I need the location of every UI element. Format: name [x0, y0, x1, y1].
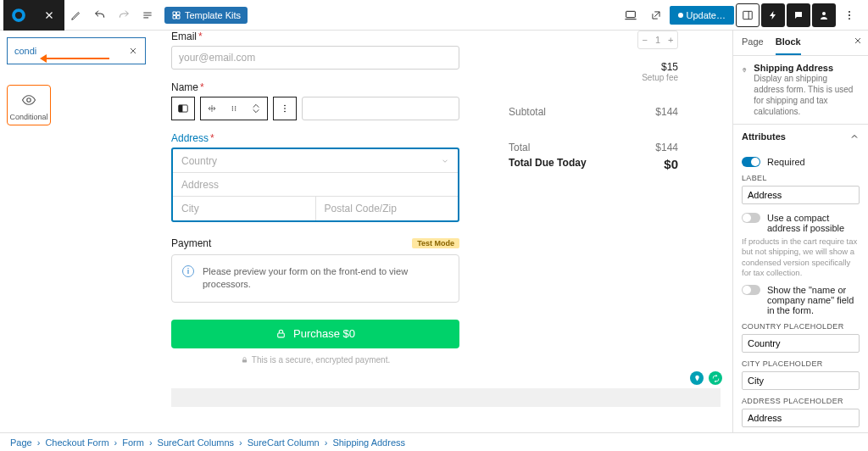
email-input[interactable]	[171, 46, 459, 70]
svg-point-13	[235, 108, 236, 109]
block-description: Display an shipping address form. This i…	[754, 73, 860, 117]
close-editor-button[interactable]	[34, 0, 64, 31]
svg-rect-20	[242, 359, 247, 362]
svg-point-17	[284, 108, 286, 109]
purchase-button[interactable]: Purchase $0	[171, 320, 459, 348]
compact-toggle[interactable]	[742, 213, 760, 223]
required-toggle[interactable]	[742, 157, 760, 167]
clear-search-icon[interactable]	[128, 46, 138, 56]
redo-button[interactable]	[112, 3, 136, 27]
close-icon	[43, 9, 55, 21]
quantity-stepper[interactable]: − 1 +	[637, 31, 678, 49]
chevron-down-icon	[252, 109, 260, 114]
required-asterisk: *	[200, 81, 204, 93]
tab-block[interactable]: Block	[776, 31, 801, 55]
svg-rect-2	[743, 11, 753, 19]
toolbar-move[interactable]	[200, 97, 268, 120]
address-ph-input[interactable]	[742, 409, 860, 427]
qty-plus[interactable]: +	[665, 35, 677, 45]
address-line-field[interactable]: Address	[173, 173, 458, 197]
svg-point-10	[231, 106, 232, 107]
surecart-button[interactable]	[812, 3, 836, 27]
pin-outline-icon	[742, 63, 747, 78]
breadcrumb: Page› Checkout Form› Form› SureCart Colu…	[0, 432, 868, 451]
conditional-block-chip[interactable]: Conditional	[7, 85, 51, 125]
block-toolbar	[171, 97, 459, 120]
city-placeholder: City	[181, 203, 199, 214]
chevron-down-icon	[441, 157, 449, 165]
line-amount: $15	[509, 61, 678, 73]
more-options-button[interactable]	[837, 3, 861, 27]
city-ph-input[interactable]	[742, 371, 860, 390]
undo-button[interactable]	[88, 3, 112, 27]
astra-button[interactable]	[761, 3, 785, 27]
bc-1[interactable]: Checkout Form	[45, 437, 108, 448]
qty-minus[interactable]: −	[638, 35, 651, 45]
chevron-up-icon	[849, 131, 860, 142]
settings-toggle-button[interactable]	[736, 3, 760, 27]
conditional-block-label: Conditional	[9, 113, 47, 121]
toolbar-more[interactable]	[273, 97, 297, 120]
country-select[interactable]: Country	[173, 149, 458, 173]
bottom-placeholder	[171, 388, 721, 407]
update-button[interactable]: Update…	[670, 6, 734, 25]
country-ph-input[interactable]	[742, 334, 860, 353]
ring-icon	[11, 8, 26, 23]
open-preview-button[interactable]	[644, 3, 668, 27]
svg-point-14	[231, 109, 232, 110]
document-overview-button[interactable]	[136, 3, 159, 27]
country-ph-heading: COUNTRY PLACEHOLDER	[742, 322, 860, 331]
bc-3[interactable]: SureCart Columns	[158, 437, 234, 448]
person-icon	[819, 10, 829, 20]
address-label: Address	[171, 132, 209, 144]
undo-icon	[93, 8, 107, 22]
close-icon	[853, 36, 863, 46]
top-toolbar: Template Kits Update…	[0, 0, 868, 31]
wp-logo-button[interactable]	[3, 0, 34, 31]
due-value: $0	[664, 157, 678, 171]
chat-button[interactable]	[787, 3, 810, 27]
tab-page[interactable]: Page	[742, 31, 764, 55]
svg-rect-1	[626, 11, 635, 17]
country-placeholder: Country	[181, 155, 217, 167]
sidebar-icon	[742, 9, 754, 21]
postal-field[interactable]: Postal Code/Zip	[316, 197, 459, 220]
compact-help: If products in the cart require tax but …	[742, 237, 860, 278]
subtotal-value: $144	[655, 106, 678, 118]
required-asterisk: *	[210, 132, 214, 144]
badge-check[interactable]	[709, 371, 722, 385]
block-title: Shipping Address	[754, 63, 860, 73]
floating-badges	[690, 371, 722, 385]
bc-2[interactable]: Form	[122, 437, 144, 448]
attributes-section-header[interactable]: Attributes	[733, 125, 868, 148]
showname-toggle-label: Show the "name or company name" field in…	[767, 285, 860, 315]
svg-point-6	[849, 18, 850, 19]
label-input[interactable]	[742, 186, 860, 204]
close-panel-button[interactable]	[853, 36, 863, 46]
svg-point-3	[822, 12, 826, 15]
subtotal-label: Subtotal	[509, 106, 546, 118]
showname-toggle[interactable]	[742, 285, 760, 295]
template-kits-label: Template Kits	[185, 10, 241, 20]
bc-0[interactable]: Page	[10, 437, 32, 448]
dots-vertical-icon	[843, 9, 855, 21]
required-label: Required	[767, 157, 805, 167]
template-kits-button[interactable]: Template Kits	[164, 7, 248, 24]
drag-dots-icon	[230, 104, 238, 113]
city-field[interactable]: City	[173, 197, 316, 220]
bc-5[interactable]: Shipping Address	[332, 437, 405, 448]
svg-point-7	[27, 98, 31, 103]
edit-tool-button[interactable]	[64, 3, 88, 27]
total-label: Total	[509, 142, 530, 153]
refresh-icon	[712, 375, 720, 382]
shipping-address-block[interactable]: Country Address City Postal Code/Zip	[171, 148, 459, 222]
payment-label: Payment	[171, 237, 211, 249]
name-input[interactable]	[302, 97, 459, 120]
block-search[interactable]	[7, 37, 146, 64]
pencil-icon	[70, 9, 82, 21]
card-icon	[177, 103, 189, 114]
bc-4[interactable]: SureCart Column	[248, 437, 320, 448]
view-desktop-button[interactable]	[619, 3, 643, 27]
toolbar-block-type[interactable]	[171, 97, 195, 120]
badge-location[interactable]	[690, 371, 704, 385]
